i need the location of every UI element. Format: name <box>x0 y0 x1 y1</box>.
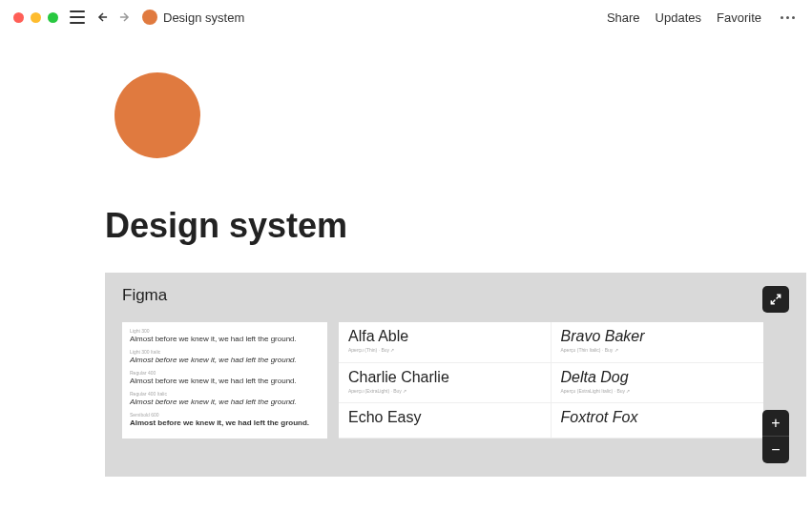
figma-embed: Figma Light 300 Almost before we knew it… <box>105 273 806 477</box>
font-cell: Charlie Charlie Aperçu (ExtraLight) · Bu… <box>339 363 552 404</box>
breadcrumb[interactable]: Design system <box>142 10 244 25</box>
zoom-controls: + − <box>762 410 789 463</box>
topbar: Design system Share Updates Favorite <box>0 0 812 34</box>
sample-row: Light 300 Italic Almost before we knew i… <box>130 349 320 364</box>
font-specimens-panel: Alfa Able Aperçu (Thin) · Buy ↗ Bravo Ba… <box>339 322 763 439</box>
page-icon[interactable] <box>115 72 200 158</box>
page-title[interactable]: Design system <box>105 206 812 246</box>
minimize-window[interactable] <box>31 12 41 23</box>
page-content: Design system Figma Light 300 Almost bef… <box>0 34 812 477</box>
close-window[interactable] <box>13 12 24 23</box>
menu-icon[interactable] <box>70 10 85 24</box>
font-cell: Delta Dog Aperçu (ExtraLight Italic) · B… <box>552 363 764 404</box>
figma-canvas[interactable]: Light 300 Almost before we knew it, we h… <box>122 322 789 439</box>
sample-row: Semibold 600 Almost before we knew it, w… <box>130 412 320 427</box>
window-controls <box>13 12 58 23</box>
type-samples-panel: Light 300 Almost before we knew it, we h… <box>122 322 327 439</box>
updates-button[interactable]: Updates <box>656 10 701 25</box>
share-button[interactable]: Share <box>607 10 640 25</box>
font-cell: Alfa Able Aperçu (Thin) · Buy ↗ <box>339 322 552 363</box>
expand-button[interactable] <box>762 286 789 313</box>
more-icon[interactable] <box>777 16 799 19</box>
back-button[interactable] <box>94 9 112 26</box>
breadcrumb-text: Design system <box>163 10 244 25</box>
nav-arrows <box>94 9 133 26</box>
font-cell: Echo Easy <box>339 403 552 439</box>
zoom-out-button[interactable]: − <box>762 437 789 463</box>
figma-label: Figma <box>122 286 789 305</box>
sample-row: Regular 400 Italic Almost before we knew… <box>130 391 320 406</box>
font-cell: Bravo Baker Aperçu (Thin Italic) · Buy ↗ <box>552 322 764 363</box>
maximize-window[interactable] <box>48 12 58 23</box>
font-cell: Foxtrot Fox <box>552 403 764 439</box>
topbar-right: Share Updates Favorite <box>607 10 799 25</box>
page-icon-small <box>142 10 157 25</box>
forward-button[interactable] <box>115 9 133 26</box>
zoom-in-button[interactable]: + <box>762 410 789 437</box>
favorite-button[interactable]: Favorite <box>717 10 761 25</box>
sample-row: Regular 400 Almost before we knew it, we… <box>130 370 320 385</box>
sample-row: Light 300 Almost before we knew it, we h… <box>130 328 320 343</box>
